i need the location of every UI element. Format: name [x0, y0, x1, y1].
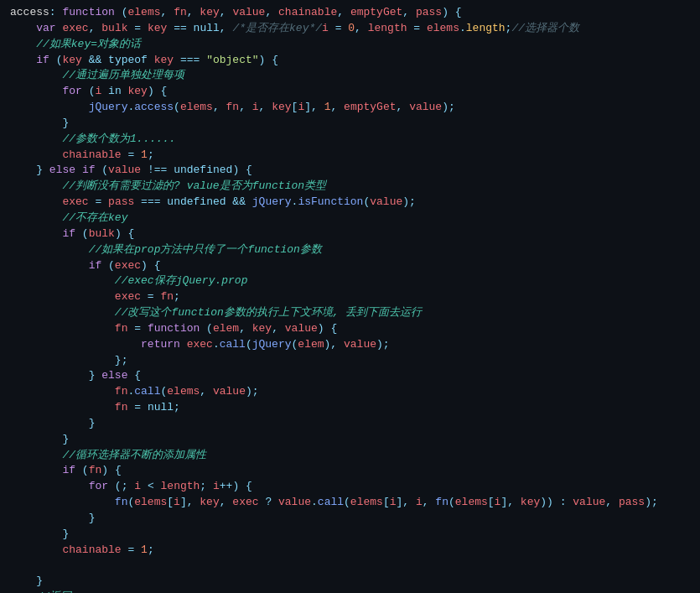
- code-line-14: //不存在key: [0, 211, 700, 226]
- code-line-19: exec = fn;: [0, 289, 700, 305]
- code-line-17: if (exec) {: [0, 258, 700, 274]
- code-line-25: fn.call(elems, value);: [0, 384, 700, 400]
- code-line-31: for (; i < length; i++) {: [0, 479, 700, 495]
- code-line-7: jQuery.access(elems, fn, i, key[i], 1, e…: [0, 100, 700, 116]
- code-line-38: //返回: [0, 590, 700, 593]
- code-line-5: //通过遍历单独处理每项: [0, 68, 700, 84]
- code-line-20: //改写这个function参数的执行上下文环境, 丢到下面去运行: [0, 305, 700, 321]
- code-editor: access: function (elems, fn, key, value,…: [0, 0, 700, 593]
- code-line-2: var exec, bulk = key == null, /*是否存在key*…: [0, 21, 700, 37]
- code-line-33: }: [0, 511, 700, 527]
- code-line-15: if (bulk) {: [0, 226, 700, 242]
- code-line-8: }: [0, 116, 700, 132]
- code-line-24: } else {: [0, 368, 700, 384]
- code-line-4: if (key && typeof key === "object") {: [0, 53, 700, 69]
- code-line-16: //如果在prop方法中只传了一个function参数: [0, 242, 700, 258]
- code-line-18: //exec保存jQuery.prop: [0, 273, 700, 289]
- code-line-27: }: [0, 416, 700, 432]
- code-line-36: [0, 559, 700, 575]
- code-line-29: //循环选择器不断的添加属性: [0, 448, 700, 464]
- code-line-34: }: [0, 527, 700, 543]
- code-line-22: return exec.call(jQuery(elem), value);: [0, 337, 700, 353]
- code-line-32: fn(elems[i], key, exec ? value.call(elem…: [0, 495, 700, 511]
- code-line-35: chainable = 1;: [0, 543, 700, 559]
- code-line-28: }: [0, 432, 700, 448]
- code-line-6: for (i in key) {: [0, 84, 700, 100]
- code-line-26: fn = null;: [0, 400, 700, 416]
- code-line-11: } else if (value !== undefined) {: [0, 163, 700, 179]
- code-line-21: fn = function (elem, key, value) {: [0, 321, 700, 337]
- code-line-13: exec = pass === undefined && jQuery.isFu…: [0, 195, 700, 211]
- code-line-12: //判断没有需要过滤的? value是否为function类型: [0, 179, 700, 195]
- code-line-1: access: function (elems, fn, key, value,…: [0, 5, 700, 21]
- code-line-23: };: [0, 353, 700, 369]
- code-line-30: if (fn) {: [0, 463, 700, 479]
- code-line-37: }: [0, 574, 700, 590]
- code-line-10: chainable = 1;: [0, 148, 700, 164]
- code-line-3: //如果key=对象的话: [0, 37, 700, 53]
- code-line-9: //参数个数为1......: [0, 132, 700, 148]
